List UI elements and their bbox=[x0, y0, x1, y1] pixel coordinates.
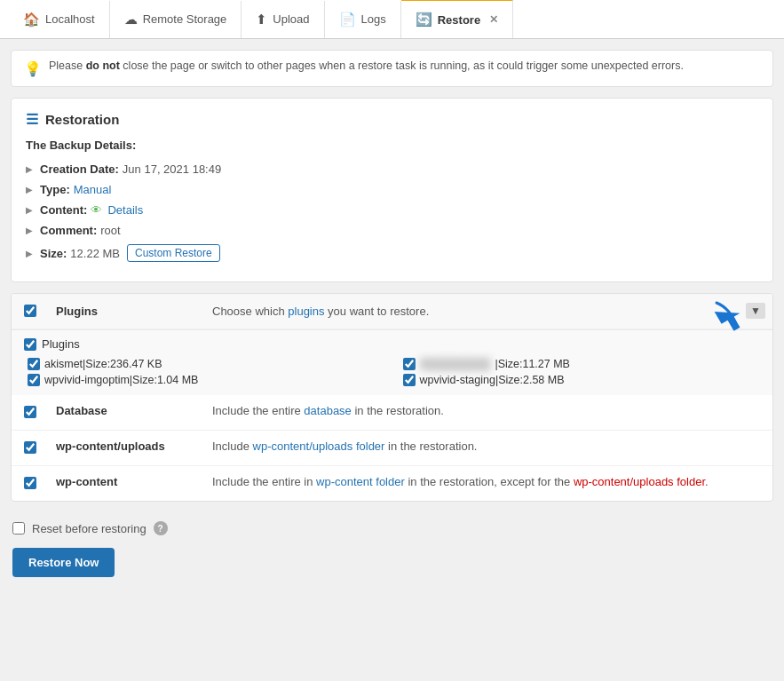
database-link: database bbox=[304, 404, 352, 417]
wp-content-option-row: wp-content Include the entire in wp-cont… bbox=[12, 466, 772, 501]
plugin-staging-checkbox[interactable] bbox=[403, 374, 416, 386]
plugin-imgoptim-label: wpvivid-imgoptim|Size:1.04 MB bbox=[44, 374, 198, 386]
creation-value: Jun 17, 2021 18:49 bbox=[123, 162, 221, 176]
warning-strong: do not bbox=[86, 59, 120, 72]
plugins-label: Plugins bbox=[56, 305, 198, 318]
detail-row-content: ▶ Content: 👁 Details bbox=[26, 200, 758, 220]
plugin-akismet-checkbox[interactable] bbox=[28, 358, 40, 370]
creation-label: Creation Date: bbox=[40, 162, 119, 176]
uploads-checkbox-col bbox=[24, 439, 42, 456]
arrow-icon: ▶ bbox=[26, 164, 33, 174]
type-label: Type: bbox=[40, 183, 70, 196]
collapse-arrow[interactable]: ▼ bbox=[746, 303, 765, 319]
restore-options-card: ▼ Plugins Choose which plugins you want … bbox=[11, 293, 773, 502]
plugin-items-grid: akismet|Size:236.47 KB w████████|Size:11… bbox=[24, 358, 760, 386]
wp-content-desc: Include the entire in wp-content folder … bbox=[212, 475, 760, 488]
wp-content-uploads-exception: wp-content/uploads folder bbox=[574, 475, 705, 488]
size-value: 12.22 MB bbox=[70, 247, 120, 260]
plugins-option-row: Plugins Choose which plugins you want to… bbox=[12, 294, 772, 329]
plugins-checkbox-col bbox=[24, 303, 42, 320]
section-title: ☰ Restoration bbox=[26, 111, 758, 128]
restore-now-button[interactable]: Restore Now bbox=[12, 548, 115, 577]
main-content: 💡 Please do not close the page or switch… bbox=[0, 39, 784, 597]
tab-upload-label: Upload bbox=[273, 12, 309, 26]
tab-logs-label: Logs bbox=[361, 12, 386, 26]
plugin-item-blurred: w████████|Size:11.27 MB bbox=[403, 358, 761, 370]
wp-content-checkbox-col bbox=[24, 475, 42, 492]
tab-remote-storage-label: Remote Storage bbox=[143, 12, 227, 26]
database-checkbox[interactable] bbox=[24, 406, 36, 418]
plugin-staging-label: wpvivid-staging|Size:2.58 MB bbox=[420, 374, 565, 386]
list-icon: ☰ bbox=[26, 111, 38, 128]
comment-value: root bbox=[100, 224, 120, 237]
backup-details: The Backup Details: ▶ Creation Date: Jun… bbox=[26, 139, 758, 265]
plugin-blurred-size: |Size:11.27 MB bbox=[495, 358, 570, 370]
wp-content-label: wp-content bbox=[56, 475, 198, 488]
uploads-label: wp-content/uploads bbox=[56, 439, 198, 453]
reset-label: Reset before restoring bbox=[32, 522, 147, 535]
tab-restore-label: Restore bbox=[438, 13, 480, 27]
bottom-section: Reset before restoring ? Restore Now bbox=[11, 512, 773, 586]
restore-icon: 🔄 bbox=[416, 12, 432, 28]
arrow-indicator bbox=[712, 301, 748, 336]
plugins-all-label: Plugins bbox=[42, 337, 80, 351]
plugin-akismet-label: akismet|Size:236.47 KB bbox=[44, 358, 162, 370]
tab-upload[interactable]: ⬆ Upload bbox=[242, 1, 324, 38]
detail-row-type: ▶ Type: Manual bbox=[26, 179, 758, 200]
custom-restore-button[interactable]: Custom Restore bbox=[127, 244, 220, 262]
home-icon: 🏠 bbox=[23, 12, 40, 28]
restoration-card: ☰ Restoration The Backup Details: ▶ Crea… bbox=[11, 98, 773, 282]
cloud-icon: ☁ bbox=[124, 12, 138, 28]
reset-row: Reset before restoring ? bbox=[12, 521, 772, 535]
database-desc: Include the entire database in the resto… bbox=[212, 404, 760, 417]
eye-icon: 👁 bbox=[91, 203, 102, 217]
plugins-link: plugins bbox=[288, 305, 324, 318]
plugin-imgoptim-checkbox[interactable] bbox=[28, 374, 40, 386]
arrow-icon-4: ▶ bbox=[26, 226, 33, 235]
help-icon[interactable]: ? bbox=[154, 521, 168, 535]
tab-restore[interactable]: 🔄 Restore ✕ bbox=[401, 0, 513, 38]
tab-localhost-label: Localhost bbox=[45, 12, 95, 26]
wp-content-link: wp-content folder bbox=[316, 475, 405, 488]
tab-localhost[interactable]: 🏠 Localhost bbox=[9, 1, 110, 38]
type-value[interactable]: Manual bbox=[74, 183, 112, 196]
database-checkbox-col bbox=[24, 404, 42, 421]
backup-details-title: The Backup Details: bbox=[26, 139, 758, 152]
plugin-item-akismet: akismet|Size:236.47 KB bbox=[28, 358, 385, 370]
detail-row-creation: ▶ Creation Date: Jun 17, 2021 18:49 bbox=[26, 159, 758, 179]
size-label: Size: bbox=[40, 247, 67, 260]
plugins-desc: Choose which plugins you want to restore… bbox=[212, 305, 760, 318]
uploads-checkbox[interactable] bbox=[24, 441, 36, 454]
upload-icon: ⬆ bbox=[256, 12, 267, 28]
uploads-option-row: wp-content/uploads Include wp-content/up… bbox=[12, 431, 772, 466]
tab-bar: 🏠 Localhost ☁ Remote Storage ⬆ Upload 📄 … bbox=[0, 0, 784, 39]
plugins-expand-area: Plugins akismet|Size:236.47 KB w████████… bbox=[12, 329, 772, 395]
warning-box: 💡 Please do not close the page or switch… bbox=[11, 50, 773, 87]
detail-row-comment: ▶ Comment: root bbox=[26, 220, 758, 241]
content-details-link[interactable]: Details bbox=[107, 203, 143, 217]
detail-row-size: ▶ Size: 12.22 MB Custom Restore bbox=[26, 241, 758, 265]
wp-content-checkbox[interactable] bbox=[24, 477, 36, 489]
content-label: Content: bbox=[40, 203, 87, 217]
warning-text: Please do not close the page or switch t… bbox=[49, 59, 684, 72]
arrow-icon-5: ▶ bbox=[26, 249, 33, 258]
uploads-link: wp-content/uploads folder bbox=[253, 439, 385, 453]
plugins-checkbox[interactable] bbox=[24, 305, 36, 317]
tab-remote-storage[interactable]: ☁ Remote Storage bbox=[110, 1, 242, 38]
database-label: Database bbox=[56, 404, 198, 417]
plugin-blurred-label: w████████ bbox=[420, 358, 491, 370]
warning-icon: 💡 bbox=[24, 60, 42, 77]
tab-logs[interactable]: 📄 Logs bbox=[325, 1, 401, 38]
plugin-item-staging: wpvivid-staging|Size:2.58 MB bbox=[403, 374, 761, 386]
uploads-desc: Include wp-content/uploads folder in the… bbox=[212, 439, 760, 453]
logs-icon: 📄 bbox=[339, 12, 356, 28]
plugin-blurred-checkbox[interactable] bbox=[403, 358, 416, 370]
plugins-sub-header: Plugins bbox=[24, 337, 760, 351]
close-restore-tab[interactable]: ✕ bbox=[489, 13, 498, 26]
plugin-item-imgoptim: wpvivid-imgoptim|Size:1.04 MB bbox=[28, 374, 385, 386]
reset-checkbox[interactable] bbox=[12, 522, 25, 535]
plugins-all-checkbox[interactable] bbox=[24, 338, 36, 351]
section-title-text: Restoration bbox=[45, 112, 119, 127]
database-option-row: Database Include the entire database in … bbox=[12, 395, 772, 431]
arrow-icon-2: ▶ bbox=[26, 185, 33, 194]
